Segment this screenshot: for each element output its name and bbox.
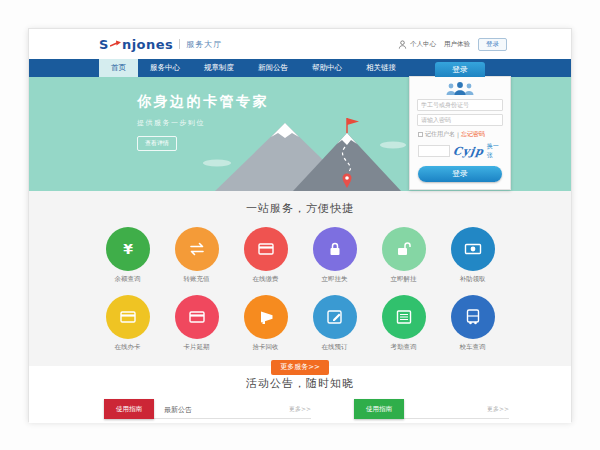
user-experience-link[interactable]: 用户体验 [444,40,470,49]
guide-panel-header: 使用指南 更多>> [354,401,509,419]
hero-text: 你身边的卡管专家 提供服务一步到位 查看详情 [137,93,269,151]
bus-icon[interactable] [451,295,495,339]
header: Snjones 服务大厅 个人中心 用户体验 登录 [29,29,571,59]
logo[interactable]: Snjones 服务大厅 [99,37,222,52]
remember-checkbox[interactable] [418,132,423,137]
announcements-title: 活动公告，随时知晓 [29,376,571,391]
captcha-refresh-link[interactable]: 换一张 [487,142,502,160]
nav-item-4[interactable]: 帮助中心 [300,59,354,77]
guide-ribbon-tab-right[interactable]: 使用指南 [354,399,404,419]
captcha-row: Cyjp 换一张 [418,142,502,160]
service-label: 卡片延期 [175,343,219,352]
service-label: 校车查询 [451,343,495,352]
services-row: ¥余额查询转账充值在线缴费立即挂失立即解挂补助领取 [29,227,571,284]
service-item[interactable]: 在线缴费 [244,227,288,284]
person-icon [398,40,407,49]
hero-subtitle: 提供服务一步到位 [137,118,269,128]
service-item[interactable]: 考勤查询 [382,295,426,352]
remember-row: 记住用户名 | 忘记密码 [418,130,502,139]
service-item[interactable]: 在线预订 [313,295,357,352]
main-nav: 首页服务中心规章制度新闻公告帮助中心相关链接 [29,59,571,77]
screenshot-canvas: Snjones 服务大厅 个人中心 用户体验 登录 首页服务中心规章制度新闻公告… [0,0,600,450]
service-item[interactable]: 拾卡回收 [244,295,288,352]
transfer-icon[interactable] [175,227,219,271]
service-label: 立即挂失 [313,275,357,284]
nav-item-1[interactable]: 服务中心 [138,59,192,77]
hero-title: 你身边的卡管专家 [137,93,269,111]
nav-item-0[interactable]: 首页 [99,59,138,77]
logo-subtitle: 服务大厅 [186,39,222,50]
hero-cta-button[interactable]: 查看详情 [137,136,177,151]
captcha-image: Cyjp [452,145,485,158]
service-label: 在线办卡 [106,343,150,352]
service-item[interactable]: 转账充值 [175,227,219,284]
card-icon[interactable] [244,227,288,271]
header-login-button[interactable]: 登录 [478,38,507,51]
svg-text:¥: ¥ [123,241,133,257]
forgot-password-link[interactable]: 忘记密码 [461,130,485,139]
services-grid: ¥余额查询转账充值在线缴费立即挂失立即解挂补助领取在线办卡卡片延期拾卡回收在线预… [29,227,571,352]
remember-label: 记住用户名 [425,130,455,139]
service-label: 考勤查询 [382,343,426,352]
login-panel: 登录 记住用户名 | 忘记密码 Cyjp 换一张 [409,76,511,190]
remember-divider: | [457,131,459,138]
banknote-icon[interactable] [451,227,495,271]
services-title: 一站服务，方便快捷 [29,201,571,216]
hero-banner: 你身边的卡管专家 提供服务一步到位 查看详情 登录 记住用户名 | 忘 [29,77,571,191]
more-services-button[interactable]: 更多服务>> [271,360,329,375]
card-icon[interactable] [106,295,150,339]
announcement-panels: 使用指南 最新公告 更多>> 使用指南 更多>> [29,401,571,419]
list-icon[interactable] [382,295,426,339]
service-label: 立即解挂 [382,275,426,284]
service-item[interactable]: ¥余额查询 [106,227,150,284]
guide-ribbon-tab-left[interactable]: 使用指南 [104,399,154,419]
yen-icon[interactable]: ¥ [106,227,150,271]
unlock-icon[interactable] [382,227,426,271]
login-tab[interactable]: 登录 [435,62,485,77]
card-icon[interactable] [175,295,219,339]
users-icon [441,81,479,96]
password-input[interactable] [417,114,503,126]
nav-item-2[interactable]: 规章制度 [192,59,246,77]
service-item[interactable]: 卡片延期 [175,295,219,352]
service-item[interactable]: 补助领取 [451,227,495,284]
portal-page: Snjones 服务大厅 个人中心 用户体验 登录 首页服务中心规章制度新闻公告… [28,28,572,422]
service-label: 在线预订 [313,343,357,352]
service-label: 拾卡回收 [244,343,288,352]
lock-icon[interactable] [313,227,357,271]
service-item[interactable]: 校车查询 [451,295,495,352]
latest-notice-tab[interactable]: 最新公告 [164,405,192,415]
logo-arrow-icon [110,37,121,52]
captcha-input[interactable] [418,145,450,157]
notice-panel-header: 使用指南 最新公告 更多>> [104,401,311,419]
service-label: 补助领取 [451,275,495,284]
services-row: 在线办卡卡片延期拾卡回收在线预订考勤查询校车查询 [29,295,571,352]
service-item[interactable]: 立即解挂 [382,227,426,284]
guide-more-link[interactable]: 更多>> [487,405,509,414]
username-input[interactable] [417,99,503,111]
service-label: 余额查询 [106,275,150,284]
service-item[interactable]: 在线办卡 [106,295,150,352]
edit-icon[interactable] [313,295,357,339]
service-label: 转账充值 [175,275,219,284]
nav-item-3[interactable]: 新闻公告 [246,59,300,77]
service-item[interactable]: 立即挂失 [313,227,357,284]
nav-item-5[interactable]: 相关链接 [354,59,408,77]
header-right: 个人中心 用户体验 登录 [398,38,507,51]
logo-divider [179,39,180,49]
services-section: 一站服务，方便快捷 ¥余额查询转账充值在线缴费立即挂失立即解挂补助领取在线办卡卡… [29,191,571,366]
logo-text: Snjones [99,37,173,52]
megaphone-icon[interactable] [244,295,288,339]
personal-center-link[interactable]: 个人中心 [410,40,436,49]
login-submit-button[interactable]: 登录 [418,166,502,182]
notice-more-link[interactable]: 更多>> [289,405,311,414]
service-label: 在线缴费 [244,275,288,284]
